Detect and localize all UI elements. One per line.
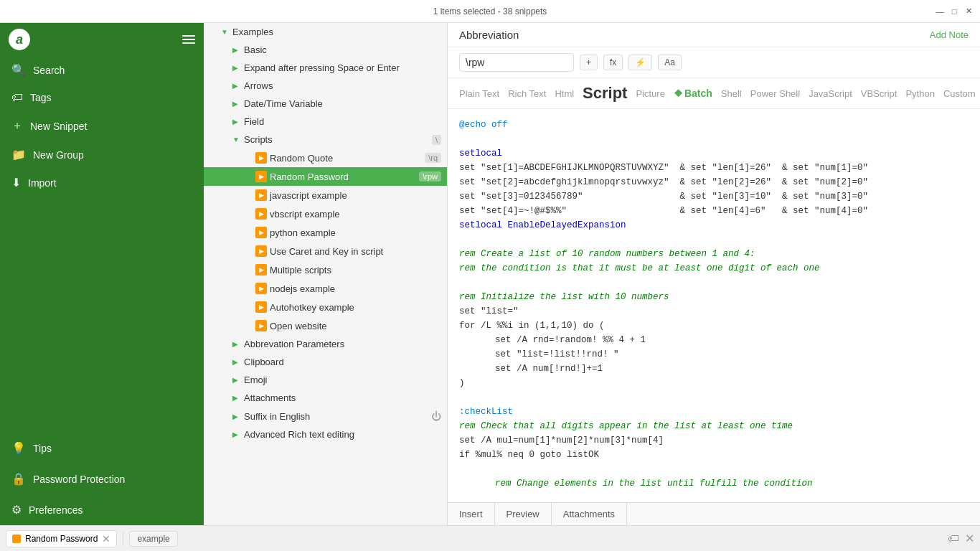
code-line-23: set /A mul=num[1]*num[2]*num[3]*num[4] (459, 433, 969, 448)
tree-emoji[interactable]: Emoji (204, 371, 447, 389)
tree-attachments[interactable]: Attachments (204, 389, 447, 407)
code-line-4: set "set[1]=ABCDEFGHIJKLMNOPQRSTUVWXYZ" … (459, 161, 969, 175)
tree-advanced-rich[interactable]: Advanced Rich text editing (204, 425, 447, 443)
batch-tab[interactable]: ❖Batch (674, 88, 712, 99)
script-icon-py: ▶ (255, 227, 267, 238)
sidebar-bottom: 💡 Tips 🔒 Password Protection ⚙ Preferenc… (0, 433, 204, 525)
datetime-label: Date/Time Variable (244, 98, 441, 109)
bottom-tab-random-password[interactable]: Random Password ✕ (6, 530, 117, 547)
close-icon-bottom[interactable]: ✕ (965, 532, 974, 545)
tree-arrows[interactable]: Arrows (204, 77, 447, 95)
tree-autohotkey[interactable]: ▶ Autohotkey example (204, 298, 447, 316)
tree-random-password[interactable]: ▶ Random Password \rpw (204, 167, 447, 186)
middle-panel: Examples Basic Expand after pressing Spa… (204, 23, 448, 525)
tree-datetime[interactable]: Date/Time Variable (204, 95, 447, 113)
tree-multiple[interactable]: ▶ Multiple scripts (204, 260, 447, 279)
shell-tab[interactable]: Shell (721, 88, 742, 99)
right-header: Abbreviation Add Note (448, 23, 980, 47)
bottom-tab-example[interactable]: example (129, 531, 177, 547)
sidebar-item-tips[interactable]: 💡 Tips (0, 433, 204, 463)
advanced-rich-arrow (232, 430, 244, 438)
tree-expand[interactable]: Expand after pressing Space or Enter (204, 59, 447, 77)
expand-label: Expand after pressing Space or Enter (244, 62, 441, 73)
attachments-label: Attachments (244, 392, 441, 403)
lock-icon: 🔒 (11, 472, 26, 486)
tree-field[interactable]: Field (204, 113, 447, 131)
lightning-button[interactable]: ⚡ (628, 55, 652, 70)
attachments-tab[interactable]: Attachments (552, 503, 627, 525)
minimize-button[interactable]: — (934, 6, 946, 17)
script-icon-js: ▶ (255, 189, 267, 201)
expand-arrow (232, 64, 244, 72)
rich-text-tab[interactable]: Rich Text (508, 88, 546, 99)
main-layout: a 🔍 Search 🏷 Tags ＋ New Snippet 📁 New Gr… (0, 23, 980, 525)
code-line-25 (459, 462, 969, 476)
scripts-label: Scripts (244, 134, 432, 145)
picture-tab[interactable]: Picture (636, 88, 664, 99)
aa-button[interactable]: Aa (658, 55, 682, 70)
code-line-6: set "set[3]=0123456789" & set "len[3]=10… (459, 189, 969, 204)
script-tab[interactable]: Script (583, 84, 627, 103)
basic-arrow (232, 46, 244, 54)
vbscript-tab[interactable]: VBScript (861, 88, 897, 99)
tree-basic[interactable]: Basic (204, 41, 447, 59)
tree-clipboard[interactable]: Clipboard (204, 353, 447, 371)
tree-suffix[interactable]: Suffix in English ⏻ (204, 407, 447, 425)
javascript-tab[interactable]: JavaScript (809, 88, 852, 99)
tree-open-website[interactable]: ▶ Open website (204, 316, 447, 335)
python-tab[interactable]: Python (905, 88, 934, 99)
powershell-tab[interactable]: Power Shell (750, 88, 800, 99)
close-button[interactable]: ✕ (963, 6, 974, 17)
code-line-12 (459, 276, 969, 290)
add-note-button[interactable]: Add Note (930, 29, 969, 40)
tree-javascript[interactable]: ▶ javascript example (204, 186, 447, 204)
sidebar-item-search[interactable]: 🔍 Search (0, 56, 204, 84)
scripts-arrow (232, 136, 244, 143)
abbreviation-input[interactable] (459, 53, 574, 72)
hamburger-icon[interactable] (182, 35, 195, 44)
fx-button[interactable]: fx (603, 55, 623, 70)
sidebar-item-password[interactable]: 🔒 Password Protection (0, 463, 204, 494)
tips-label: Tips (33, 443, 52, 454)
html-tab[interactable]: Html (555, 88, 574, 99)
custom-tab[interactable]: Custom (943, 88, 976, 99)
sidebar-item-new-group[interactable]: 📁 New Group (0, 141, 204, 169)
sidebar-item-new-snippet[interactable]: ＋ New Snippet (0, 111, 204, 141)
attachments-arrow (232, 394, 244, 402)
tree-vbscript[interactable]: ▶ vbscript example (204, 204, 447, 223)
clipboard-label: Clipboard (244, 357, 441, 367)
preview-tab[interactable]: Preview (495, 503, 552, 525)
code-line-24: if %mul% neq 0 goto listOK (459, 448, 969, 462)
plain-text-tab[interactable]: Plain Text (459, 88, 499, 99)
sidebar-item-import[interactable]: ⬇ Import (0, 169, 204, 197)
sidebar-item-preferences[interactable]: ⚙ Preferences (0, 494, 204, 525)
tree-nodejs[interactable]: ▶ nodejs example (204, 279, 447, 298)
emoji-label: Emoji (244, 375, 441, 385)
javascript-label: javascript example (270, 190, 441, 201)
code-line-7: set "set[4]=~!@#$%%" & set "len[4]=6" & … (459, 204, 969, 218)
tree-abbrev-params[interactable]: Abbrevation Parameters (204, 335, 447, 353)
new-snippet-label: New Snippet (30, 121, 87, 132)
code-line-14: set "list=" (459, 304, 969, 319)
random-password-shortcut: \rpw (419, 171, 441, 182)
insert-tab[interactable]: Insert (448, 503, 495, 525)
tab-separator (123, 532, 123, 546)
plus-button[interactable]: + (580, 55, 598, 70)
batch-diamond: ❖ (674, 88, 683, 99)
code-editor[interactable]: @echo off setlocal set "set[1]=ABCDEFGHI… (448, 109, 980, 502)
abbreviation-title: Abbreviation (459, 29, 519, 41)
random-password-label: Random Password (270, 171, 419, 182)
code-line-18: set /A num[!rnd!]+=1 (459, 362, 969, 376)
folder-icon: 📁 (11, 148, 26, 161)
sidebar-item-tags[interactable]: 🏷 Tags (0, 84, 204, 111)
tree-use-caret[interactable]: ▶ Use Caret and Key in script (204, 242, 447, 260)
code-line-9 (459, 232, 969, 247)
close-snippet-icon[interactable]: ✕ (102, 533, 110, 545)
tree-examples[interactable]: Examples (204, 23, 447, 41)
tree-random-quote[interactable]: ▶ Random Quote \rq (204, 149, 447, 167)
password-label: Password Protection (33, 474, 125, 485)
maximize-button[interactable]: □ (948, 6, 960, 17)
tree-scripts[interactable]: Scripts \ (204, 131, 447, 149)
tree-python[interactable]: ▶ python example (204, 223, 447, 242)
random-quote-label: Random Quote (270, 153, 425, 164)
